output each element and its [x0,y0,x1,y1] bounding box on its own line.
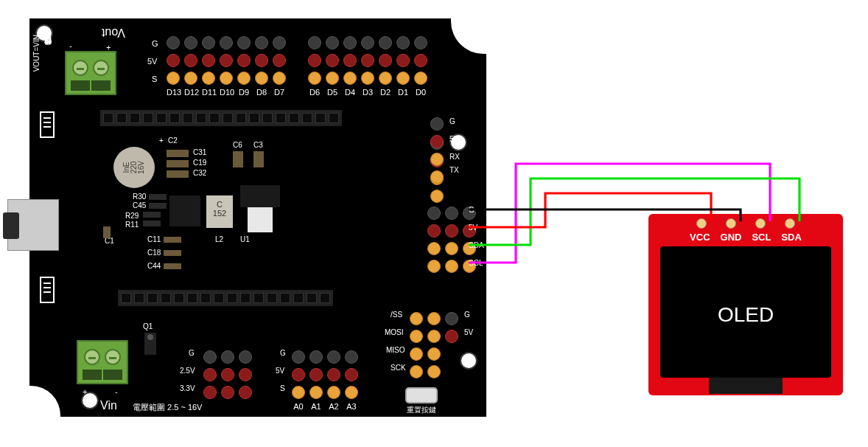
smd-r30 [149,194,167,200]
smd-c6 [233,151,243,167]
oled-pin-labels: VCC GND SCL SDA [690,232,802,243]
c18-label: C18 [147,249,161,257]
vin-range: 電壓範圍 2.5 ~ 16V [133,402,202,413]
v-33: 3.3V [180,384,195,392]
d-row-s-b[interactable] [308,72,427,85]
d-row-s-a[interactable] [167,72,286,85]
smd-c45 [149,203,167,209]
r11-label: R11 [125,221,139,229]
smd-r29 [143,212,161,218]
spi-mosi: MOSI [385,328,404,336]
i2c-g: G [469,206,475,214]
c2-label: C2 [168,136,178,145]
vout-terminal[interactable] [65,51,116,95]
spi-5v: 5V [464,328,473,336]
oled-screen: OLED [660,246,831,378]
c6-label: C6 [233,141,242,149]
d-row-g-a[interactable] [167,36,286,49]
d-row-5v-b[interactable] [308,54,427,67]
mounting-hole [460,352,477,370]
reset-label: 重置按鍵 [407,405,436,415]
q1-label: Q1 [143,322,153,330]
header-bottom[interactable] [118,290,333,306]
arduino-shield: Vout VOUT=VIN - + G 5V S D13D12D11D10D9D… [29,18,486,417]
spi-sck: SCK [391,364,406,372]
smd-c44 [164,263,181,269]
an-5v: 5V [276,367,284,375]
ic-chip [169,195,200,226]
smd-c19 [167,160,189,167]
d-row-5v-a[interactable] [167,54,286,67]
voltage-block[interactable] [203,350,252,403]
rail-5v: 5V [147,57,157,66]
vin-label: Vin [100,399,117,412]
vin-minus: - [115,387,118,396]
board-notch [28,386,60,418]
smd-c32 [167,170,189,178]
ser-rx: RX [449,153,460,161]
smd-c18 [164,250,181,256]
i2c-scl: SCL [469,259,483,267]
i2c-5v: 5V [469,224,477,232]
smd-c3 [253,151,264,167]
an-g: G [280,349,286,357]
serial-pins[interactable] [430,117,444,184]
oled-pad-scl [755,218,766,229]
ser-g: G [449,117,455,125]
rail-g: G [152,39,158,48]
oled-pad-gnd [726,218,736,229]
vin-plus: + [83,387,87,396]
oled-pad-vcc [696,218,707,229]
term-plus: + [106,44,111,52]
l2-label: L2 [215,235,223,243]
spi-ss: /SS [391,311,402,319]
c32-label: C32 [193,169,206,177]
u1-tab [248,207,273,232]
smd-c31 [167,150,189,157]
v-25: 2.5V [180,367,195,375]
ser-tx: TX [449,166,459,174]
spi-block[interactable] [410,312,458,383]
smd-c1 [103,226,111,238]
c19-label: C19 [193,159,206,167]
header-top[interactable] [100,110,342,126]
c11-label: C11 [147,235,161,243]
oled-module: VCC GND SCL SDA OLED [648,214,843,395]
rail-s: S [152,74,157,83]
regulator-chip: C 152 [206,195,233,228]
c44-label: C44 [147,262,161,270]
i2c-sda: SDA [469,241,484,249]
d-labels-b: D6D5D4D3D2D1D0 [308,88,427,97]
term-minus: - [69,44,72,52]
board-notch [451,17,488,54]
vin-terminal[interactable] [77,340,128,384]
usb-plug-icon [3,212,19,239]
analog-labels: A0A1A2A3 [292,402,358,411]
smd-c11 [164,237,181,243]
r30-label: R30 [133,193,146,201]
analog-block[interactable] [292,350,358,403]
reset-button[interactable] [405,387,438,403]
meter-icon [40,277,55,303]
c31-label: C31 [193,148,206,156]
u1-chip [240,185,280,207]
ser-5v: 5V [449,135,458,143]
v-g: G [189,349,195,357]
mask [413,136,427,210]
r29-label: R29 [125,212,139,220]
oled-pad-sda [785,218,795,229]
spi-g: G [464,311,470,319]
smd-r11 [143,221,161,226]
capacitor-main: InE 220 16V [113,147,155,188]
d-row-g-b[interactable] [308,36,427,49]
oled-pin-pads[interactable] [696,218,795,229]
vout-label: Vout [102,26,125,39]
c2-plus: + [159,136,164,145]
spi-miso: MISO [386,346,405,354]
oled-title: OLED [718,303,774,327]
u1-label: U1 [240,235,250,243]
c3-label: C3 [253,141,263,149]
d-labels-a: D13D12D11D10D9D8D7 [167,88,286,97]
vout-note: VOUT=VIN [32,35,41,72]
c45-label: C45 [133,201,146,209]
